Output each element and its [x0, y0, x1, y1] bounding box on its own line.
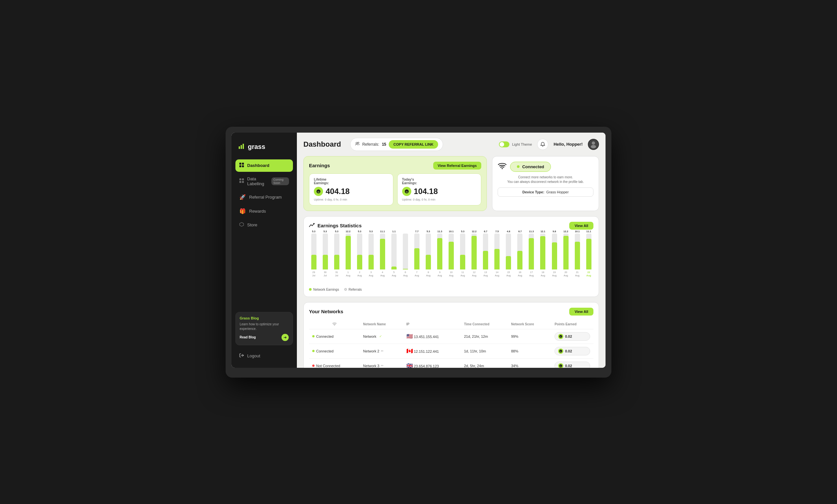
referral-label: Referral Program — [249, 195, 282, 200]
bar-value: 10.1 — [575, 230, 580, 233]
bar-value: 7.5 — [495, 230, 499, 233]
points-value: 0.02 — [565, 335, 572, 338]
view-referral-button[interactable]: View Referral Earnings — [433, 162, 482, 169]
read-blog-link[interactable]: Read Blog — [240, 335, 256, 339]
store-icon — [239, 222, 244, 228]
legend-dot-network — [309, 288, 311, 291]
sidebar: grass Dashboard — [231, 133, 297, 368]
bar-value: 5.3 — [461, 230, 464, 233]
sidebar-item-store[interactable]: Store — [235, 219, 293, 231]
toggle-thumb — [500, 142, 504, 147]
connection-description: Connect more networks to earn more.You c… — [498, 175, 593, 184]
logout-button[interactable]: Logout — [235, 351, 293, 361]
bar-value: 6.7 — [518, 230, 521, 233]
theme-toggle[interactable]: Light Theme — [499, 142, 532, 147]
coming-soon-badge: Coming Soon — [271, 178, 289, 185]
bar-label: 3Aug — [369, 271, 373, 277]
bar-label: 10Aug — [449, 271, 453, 277]
bar-label: 9Aug — [438, 271, 442, 277]
dashboard-label: Dashboard — [247, 163, 269, 168]
bar-value: 6.7 — [484, 230, 487, 233]
svg-point-22 — [501, 168, 503, 169]
app-name: grass — [248, 143, 265, 151]
bar-group: 12.1 18Aug — [538, 234, 548, 277]
network-score: 88% — [508, 343, 551, 358]
bar-label: 11Aug — [460, 271, 465, 277]
networks-title: Your Networks — [309, 309, 343, 314]
legend-dot-referrals — [344, 288, 347, 291]
bar-label: 14Aug — [495, 271, 499, 277]
flag: 🇨🇦 — [406, 348, 413, 354]
chart-area: 5.3 29Jul 5.3 30Jul 5.3 31Jul — [309, 234, 593, 286]
stats-view-all-button[interactable]: View All — [569, 222, 593, 230]
time-connected: 2d, 5hr, 24m — [461, 358, 508, 368]
bar-value: 5.3 — [427, 230, 430, 233]
connected-status: Connected — [510, 162, 551, 172]
status-text: Connected — [316, 335, 334, 338]
lifetime-uptime: Uptime: 0 day, 0 hr, 0 min — [314, 198, 388, 201]
bar-value: 11.3 — [529, 230, 534, 233]
network-score: 99% — [508, 329, 551, 343]
network-name-cell: Network 3 ✏ — [363, 364, 400, 368]
svg-rect-0 — [239, 146, 240, 149]
legend-referrals: Referrals — [344, 288, 362, 291]
col-network-name: Network Name — [360, 319, 403, 329]
network-name: Network 2 — [363, 349, 379, 353]
notification-button[interactable] — [537, 139, 548, 150]
sidebar-item-rewards[interactable]: 🎁 Rewards — [235, 205, 293, 218]
toggle-track[interactable] — [499, 142, 510, 147]
conn-dot — [312, 335, 315, 337]
bar-group: 6.7 16Aug — [515, 234, 525, 277]
table-row: Connected Network ✓ 🇺🇸 13.451.155.441 21… — [309, 329, 593, 343]
table-row: Not Connected Network 3 ✏ 🇬🇧 23.654.876.… — [309, 358, 593, 368]
bar-group: 5.3 31Jul — [332, 234, 341, 277]
today-earnings-label: Today'sEarnings: — [402, 178, 477, 185]
network-name-cell: Network ✓ — [363, 335, 400, 338]
blog-card-text: Learn how to optimize your experience. — [240, 322, 289, 331]
bar-group: 11.3 9Aug — [435, 234, 445, 277]
edit-icon[interactable]: ✏ — [381, 364, 384, 368]
wifi-icon — [498, 162, 507, 171]
bar-label: 6Aug — [403, 271, 407, 277]
bar-label: 5Aug — [392, 271, 396, 277]
bar-group: 5.3 2Aug — [355, 234, 364, 277]
bar-group: 12.2 20Aug — [561, 234, 571, 277]
bar-label: 30Jul — [324, 271, 327, 277]
blog-arrow-button[interactable]: ➜ — [282, 334, 289, 341]
status-text: Not Connected — [316, 364, 340, 368]
bar-group: 9.8 19Aug — [550, 234, 559, 277]
lifetime-earnings-box: LifetimeEarnings: G 404.18 — [309, 173, 393, 205]
bar-label: 21Aug — [575, 271, 580, 277]
col-ip: IP — [403, 319, 461, 329]
today-earnings-box: Today'sEarnings: G 104.18 U — [397, 173, 482, 205]
bar-group: 4.8 15Aug — [504, 234, 513, 277]
sidebar-item-data-labelling[interactable]: Data Labelling Coming Soon — [235, 173, 293, 189]
col-time: Time Connected — [461, 319, 508, 329]
network-name-cell: Network 2 ✏ — [363, 349, 400, 353]
bar-value: 5.3 — [323, 230, 327, 233]
today-earnings-value: 104.18 — [414, 187, 438, 196]
copy-referral-button[interactable]: COPY REFERRAL LINK — [389, 140, 438, 149]
bar-value: 10.1 — [449, 230, 454, 233]
svg-point-16 — [592, 142, 595, 145]
bar-value: 5.3 — [335, 230, 338, 233]
bar-label: 4Aug — [380, 271, 385, 277]
sidebar-item-referral[interactable]: 🚀 Referral Program — [235, 191, 293, 204]
bar-label: 8Aug — [426, 271, 430, 277]
svg-point-23 — [334, 325, 335, 326]
chart-icon — [309, 222, 315, 229]
bar-group: 12.2 12Aug — [469, 234, 479, 277]
ip-address: 13.451.155.441 — [414, 335, 439, 339]
bar-value: 12.2 — [472, 230, 477, 233]
networks-view-all-button[interactable]: View All — [569, 308, 593, 316]
col-score: Network Score — [508, 319, 551, 329]
bar-group: 1.1 5Aug — [389, 234, 398, 277]
edit-icon[interactable]: ✏ — [381, 349, 384, 353]
bar-label: 1Aug — [346, 271, 350, 277]
bar-label: 15Aug — [506, 271, 511, 277]
svg-text:G: G — [406, 190, 407, 193]
network-name: Network 3 — [363, 364, 379, 368]
network-score: 34% — [508, 358, 551, 368]
bar-group: 12.2 1Aug — [343, 234, 353, 277]
sidebar-item-dashboard[interactable]: Dashboard — [235, 160, 293, 172]
